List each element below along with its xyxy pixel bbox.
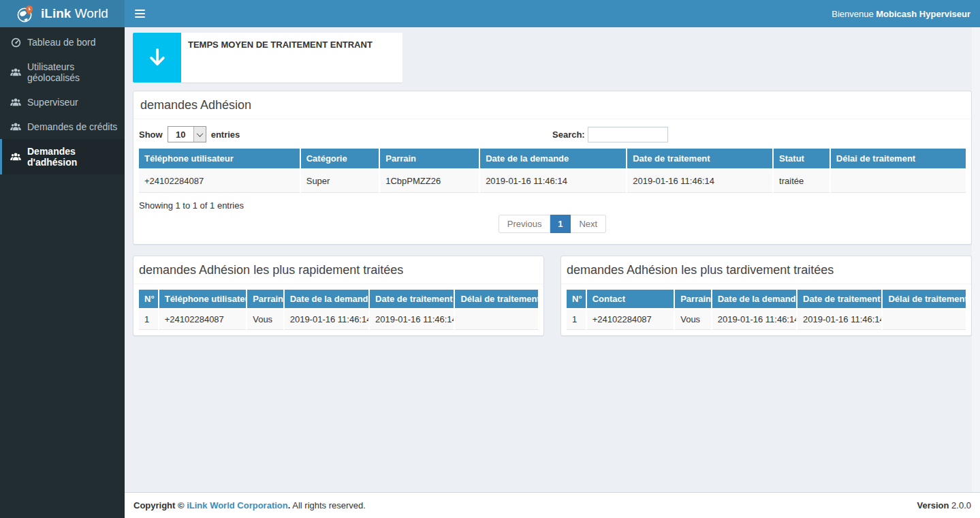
column-header: Date de traitement — [369, 290, 454, 309]
arrow-down-icon — [146, 46, 169, 70]
sidebar-item-demandes-d-adhesion[interactable]: Demandes d'adhésion — [0, 139, 125, 174]
welcome-prefix: Bienvenue — [832, 9, 876, 19]
sidebar-item-superviseur[interactable]: Superviseur — [0, 90, 125, 115]
sidebar-item-label: Tableau de bord — [27, 37, 95, 48]
column-header[interactable]: Téléphone utilisateur — [139, 149, 300, 169]
version-value: 2.0.0 — [949, 500, 971, 511]
table-row: 1 +24102284087 Vous 2019-01-16 11:46:14 … — [567, 309, 966, 330]
globe-pin-icon: $ — [16, 5, 35, 23]
cell-date-traitement: 2019-01-16 11:46:14 — [797, 309, 882, 330]
cell-parrain: Vous — [674, 309, 711, 330]
column-header[interactable]: Catégorie — [300, 149, 380, 169]
sidebar: Tableau de bord Utilisateurs géolocalisé… — [0, 27, 125, 518]
column-header: Date de la demande — [712, 290, 797, 309]
column-header: Date de traitement — [797, 290, 882, 309]
scrollbar-track[interactable] — [972, 27, 980, 492]
cell-date-traitement: 2019-01-16 11:46:14 — [369, 309, 454, 330]
tardivement-traitees-table: N° Contact Parrain Date de la demande Da… — [567, 290, 966, 330]
cell-numero: 1 — [139, 309, 159, 330]
column-header: N° — [567, 290, 586, 309]
cell-telephone: +24102284087 — [139, 169, 300, 193]
cell-telephone: +24102284087 — [159, 309, 247, 330]
sidebar-item-label: Demandes de crédits — [27, 121, 117, 132]
search-input[interactable] — [588, 127, 668, 142]
content-area: TEMPS MOYEN DE TRAITEMENT ENTRANT demand… — [125, 27, 980, 492]
column-header: Téléphone utilisateur — [159, 290, 247, 309]
column-header[interactable]: Date de la demande — [479, 149, 627, 169]
column-header[interactable]: Date de traitement — [627, 149, 773, 169]
cell-date-demande: 2019-01-16 11:46:14 — [284, 309, 369, 330]
footer: Copyright © iLink World Corporation. All… — [125, 492, 980, 518]
rapidement-traitees-table: N° Téléphone utilisateur Parrain Date de… — [139, 290, 538, 330]
users-icon — [10, 67, 21, 78]
cell-parrain: 1CbpPMZZ26 — [379, 169, 479, 193]
column-header: Parrain — [247, 290, 283, 309]
column-header[interactable]: Statut — [773, 149, 830, 169]
cell-contact: +24102284087 — [586, 309, 675, 330]
rights-text: All rights reserved. — [290, 500, 366, 511]
pagination: Previous 1 Next — [139, 215, 966, 233]
users-icon — [10, 151, 21, 162]
panel-rapidement-traitees: demandes Adhésion les plus rapidement tr… — [133, 256, 544, 336]
panel-title: demandes Adhésion — [140, 98, 251, 112]
cell-delai — [882, 309, 966, 330]
cell-date-traitement: 2019-01-16 11:46:14 — [627, 169, 773, 193]
panel-title: demandes Adhésion les plus rapidement tr… — [139, 263, 403, 277]
column-header: Délai de traitement — [454, 290, 538, 309]
panel-tardivement-traitees: demandes Adhésion les plus tardivement t… — [560, 256, 972, 336]
brand-text: iLink World — [41, 6, 108, 21]
sidebar-item-label: Utilisateurs géolocalisés — [27, 61, 121, 83]
column-header[interactable]: Parrain — [379, 149, 479, 169]
search-control: Search: — [552, 126, 966, 142]
show-label: Show — [139, 130, 163, 140]
column-header: N° — [139, 290, 159, 309]
cell-date-demande: 2019-01-16 11:46:14 — [712, 309, 797, 330]
column-header: Contact — [586, 290, 675, 309]
column-header: Date de la demande — [284, 290, 369, 309]
page-length-select[interactable]: 10 — [168, 126, 206, 142]
sidebar-toggle-button[interactable] — [125, 0, 155, 27]
page-length-control: Show 10 entries — [139, 126, 552, 142]
pagination-next-button[interactable]: Next — [571, 215, 606, 233]
cell-delai — [454, 309, 538, 330]
panel-demandes-adhesion: demandes Adhésion Show 10 entries Search… — [133, 91, 972, 245]
cell-date-demande: 2019-01-16 11:46:14 — [479, 169, 627, 193]
gauge-icon — [10, 37, 21, 48]
search-label: Search: — [552, 130, 585, 140]
info-box-temps-moyen: TEMPS MOYEN DE TRAITEMENT ENTRANT — [133, 33, 402, 82]
sidebar-item-demandes-de-credits[interactable]: Demandes de crédits — [0, 115, 125, 139]
brand-logo[interactable]: $ iLink World — [0, 0, 125, 27]
company-link[interactable]: iLink World Corporation — [187, 500, 288, 511]
chevron-down-icon — [193, 127, 206, 142]
welcome-message: Bienvenue Mobicash Hyperviseur — [832, 9, 980, 19]
column-header: Délai de traitement — [882, 290, 966, 309]
sidebar-item-label: Superviseur — [27, 97, 78, 108]
info-box-title: TEMPS MOYEN DE TRAITEMENT ENTRANT — [188, 40, 373, 50]
panel-title: demandes Adhésion les plus tardivement t… — [567, 263, 834, 277]
cell-delai — [830, 169, 966, 193]
sidebar-item-utilisateurs-geolocalises[interactable]: Utilisateurs géolocalisés — [0, 55, 125, 90]
column-header: Parrain — [674, 290, 711, 309]
table-info-text: Showing 1 to 1 of 1 entries — [139, 200, 966, 211]
top-navbar: $ iLink World Bienvenue Mobicash Hypervi… — [0, 0, 980, 27]
sidebar-item-tableau-de-bord[interactable]: Tableau de bord — [0, 30, 125, 55]
welcome-user: Mobicash Hyperviseur — [876, 9, 970, 19]
pagination-page-1-button[interactable]: 1 — [550, 215, 571, 233]
users-icon — [10, 97, 21, 108]
cell-numero: 1 — [567, 309, 586, 330]
page-length-value: 10 — [168, 127, 193, 142]
copyright-text: Copyright © iLink World Corporation. All… — [133, 500, 366, 511]
demandes-adhesion-table: Téléphone utilisateur Catégorie Parrain … — [139, 149, 966, 193]
sidebar-menu: Tableau de bord Utilisateurs géolocalisé… — [0, 27, 125, 174]
cell-parrain: Vous — [247, 309, 283, 330]
version-label: Version — [917, 500, 949, 511]
table-row: +24102284087 Super 1CbpPMZZ26 2019-01-16… — [139, 169, 966, 193]
pagination-previous-button[interactable]: Previous — [499, 215, 551, 233]
brand-bold: iLink — [41, 6, 71, 20]
sidebar-item-label: Demandes d'adhésion — [27, 146, 121, 168]
table-row: 1 +24102284087 Vous 2019-01-16 11:46:14 … — [139, 309, 538, 330]
users-icon — [10, 121, 21, 132]
brand-regular: World — [71, 6, 108, 20]
info-box-icon — [133, 33, 181, 82]
column-header[interactable]: Délai de traitement — [830, 149, 966, 169]
